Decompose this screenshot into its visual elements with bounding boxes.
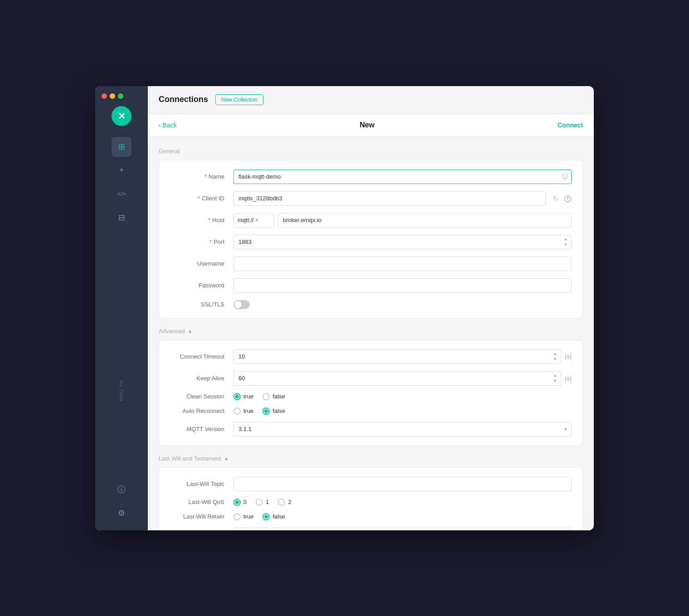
last-will-qos-0-option[interactable]: 0 — [233, 499, 247, 506]
settings-icon: ⚙ — [118, 508, 125, 518]
last-will-retain-false-option[interactable]: false — [262, 513, 285, 520]
last-will-qos-1-option[interactable]: 1 — [256, 499, 269, 506]
name-row: *Name ⓘ — [170, 170, 572, 184]
sidebar-item-add[interactable]: + — [112, 160, 131, 180]
new-collection-button[interactable]: New Collection — [215, 94, 263, 105]
client-id-label: *Client ID — [170, 195, 233, 202]
client-id-required-star: * — [198, 195, 200, 202]
mqtt-version-row: MQTT Version 3.1.1 ▾ — [170, 422, 572, 437]
client-id-input[interactable] — [233, 191, 546, 206]
advanced-section-toggle[interactable]: Advanced ▲ — [159, 328, 583, 335]
clean-session-row: Clean Session true false — [170, 393, 572, 400]
port-decrement-button[interactable]: ▼ — [563, 242, 569, 247]
auto-reconnect-radio-group: true false — [233, 407, 285, 415]
ssl-tls-knob — [234, 301, 242, 308]
last-will-topic-label: Last-Will Topic — [170, 480, 233, 487]
host-input[interactable] — [278, 213, 572, 228]
password-input[interactable] — [233, 278, 572, 293]
clean-session-false-option[interactable]: false — [262, 393, 285, 400]
form-topbar: ‹ Back New Connect — [148, 114, 594, 137]
port-row: *Port ▲ ▼ — [170, 235, 572, 249]
app-logo: ✕ — [112, 106, 131, 126]
connect-timeout-unit: (s) — [565, 353, 572, 360]
sidebar-item-settings[interactable]: ⚙ — [112, 503, 131, 523]
advanced-toggle-arrow: ▲ — [188, 328, 193, 334]
sidebar: ✕ ⊞ + </> ⊟ No Data ⓘ ⚙ — [95, 86, 148, 530]
last-will-qos-radio-group: 0 1 2 — [233, 499, 291, 506]
ssl-tls-row: SSL/TLS — [170, 300, 572, 309]
last-will-qos-2-label: 2 — [288, 499, 291, 505]
client-id-history-icon[interactable]: 🕐 — [564, 195, 572, 202]
host-protocol-value: mqtt:// — [238, 217, 254, 223]
connect-timeout-decrement[interactable]: ▼ — [552, 357, 558, 362]
auto-reconnect-false-radio-inner — [264, 409, 268, 413]
last-will-qos-1-label: 1 — [266, 499, 269, 505]
port-increment-button[interactable]: ▲ — [563, 237, 569, 242]
ssl-tls-toggle[interactable] — [233, 300, 250, 309]
clean-session-true-radio-inner — [235, 395, 239, 398]
mqtt-version-select[interactable]: 3.1.1 ▾ — [233, 422, 572, 437]
last-will-qos-1-radio — [256, 499, 263, 506]
last-will-section-label: Last Will and Testament — [159, 455, 221, 462]
keep-alive-decrement[interactable]: ▼ — [552, 378, 558, 384]
keep-alive-increment[interactable]: ▲ — [552, 373, 558, 378]
auto-reconnect-false-radio — [262, 407, 270, 415]
auto-reconnect-label: Auto Reconnect — [170, 407, 233, 414]
logo-icon: ✕ — [118, 111, 126, 121]
sidebar-item-data[interactable]: ⊟ — [112, 208, 131, 228]
last-will-topic-input[interactable] — [233, 477, 572, 491]
traffic-light-yellow[interactable] — [110, 93, 115, 99]
name-input[interactable] — [233, 170, 572, 184]
data-icon: ⊟ — [118, 213, 125, 223]
back-button[interactable]: ‹ Back — [159, 121, 177, 129]
add-icon: + — [119, 165, 124, 175]
last-will-toggle-arrow: ▲ — [224, 456, 229, 461]
main-content: Connections New Collection ‹ Back New Co… — [148, 86, 594, 530]
ssl-tls-label: SSL/TLS — [170, 301, 233, 308]
username-row: Username — [170, 257, 572, 271]
form-title: New — [359, 121, 374, 129]
clean-session-true-option[interactable]: true — [233, 393, 253, 400]
connect-timeout-increment[interactable]: ▲ — [552, 351, 558, 357]
auto-reconnect-row: Auto Reconnect true false — [170, 407, 572, 415]
sidebar-item-code[interactable]: </> — [112, 184, 131, 204]
connections-header: Connections New Collection — [148, 86, 594, 114]
last-will-section-toggle[interactable]: Last Will and Testament ▲ — [159, 455, 583, 462]
connect-timeout-input[interactable] — [233, 349, 561, 364]
auto-reconnect-false-label: false — [272, 407, 285, 414]
sidebar-item-connections[interactable]: ⊞ — [112, 137, 131, 157]
port-input[interactable] — [233, 235, 572, 249]
auto-reconnect-true-option[interactable]: true — [233, 407, 253, 415]
traffic-light-red[interactable] — [102, 93, 107, 99]
last-will-qos-0-radio — [233, 499, 241, 506]
client-id-row: *Client ID ↻ 🕐 — [170, 191, 572, 206]
host-protocol-chevron: ▾ — [256, 218, 258, 223]
username-input[interactable] — [233, 257, 572, 271]
app-window: ✕ ⊞ + </> ⊟ No Data ⓘ ⚙ — [95, 86, 594, 530]
last-will-qos-label: Last-Will QoS — [170, 499, 233, 505]
form-body: General *Name ⓘ — [148, 137, 594, 530]
keep-alive-input[interactable] — [233, 371, 561, 386]
last-will-qos-2-option[interactable]: 2 — [278, 499, 291, 506]
sidebar-item-info[interactable]: ⓘ — [112, 480, 131, 500]
name-label: *Name — [170, 173, 233, 180]
port-stepper: ▲ ▼ — [563, 237, 569, 247]
sidebar-nav: ⊞ + </> ⊟ — [95, 137, 148, 308]
port-input-wrap: ▲ ▼ — [233, 235, 572, 249]
last-will-retain-false-label: false — [272, 513, 285, 520]
last-will-retain-true-option[interactable]: true — [233, 513, 253, 520]
name-info-icon[interactable]: ⓘ — [562, 173, 568, 181]
last-will-payload-input[interactable] — [233, 528, 572, 530]
host-required-star: * — [208, 217, 210, 223]
auto-reconnect-false-option[interactable]: false — [262, 407, 285, 415]
host-protocol-select[interactable]: mqtt:// ▾ — [233, 213, 274, 228]
last-will-retain-true-label: true — [243, 513, 253, 520]
refresh-icon[interactable]: ↻ — [553, 195, 558, 202]
last-will-qos-0-label: 0 — [243, 499, 247, 505]
traffic-light-green[interactable] — [118, 93, 123, 99]
general-section-label: General — [159, 148, 583, 155]
last-will-qos-0-radio-inner — [235, 500, 239, 504]
mqtt-version-label: MQTT Version — [170, 426, 233, 432]
clean-session-true-label: true — [243, 393, 253, 400]
connect-button[interactable]: Connect — [558, 121, 583, 129]
